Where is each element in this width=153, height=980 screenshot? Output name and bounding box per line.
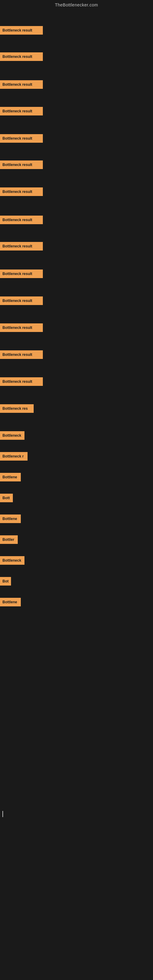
bottleneck-result-item[interactable]: Bottleneck result — [0, 216, 43, 224]
bottleneck-result-item[interactable]: Bottleneck result — [0, 26, 43, 35]
bottleneck-result-item[interactable]: Bottleneck result — [0, 52, 43, 61]
bottleneck-result-item[interactable]: Bottleneck — [0, 556, 24, 565]
site-title: TheBottlenecker.com — [0, 0, 153, 9]
bottleneck-result-item[interactable]: Bottleneck result — [0, 296, 43, 305]
bottleneck-result-item[interactable]: Bott — [0, 494, 13, 502]
bottleneck-result-item[interactable]: Bottleneck result — [0, 188, 43, 196]
bottleneck-result-item[interactable]: Bottleneck result — [0, 350, 43, 359]
bottleneck-result-item[interactable]: Bottleneck result — [0, 323, 43, 332]
bottleneck-result-item[interactable]: Bottleneck result — [0, 377, 43, 386]
bottleneck-result-item[interactable]: Bottlene — [0, 473, 21, 481]
bottleneck-result-item[interactable]: Bottleneck result — [0, 107, 43, 115]
bottleneck-result-item[interactable]: Bottlene — [0, 514, 21, 523]
bottleneck-result-item[interactable]: Bottlene — [0, 598, 21, 606]
bottleneck-result-item[interactable]: Bottler — [0, 535, 18, 544]
cursor-indicator — [2, 811, 3, 817]
bottleneck-result-item[interactable]: Bottleneck result — [0, 80, 43, 89]
bottleneck-result-item[interactable]: Bottleneck — [0, 431, 24, 440]
bottleneck-result-item[interactable]: Bot — [0, 577, 11, 585]
bottleneck-result-item[interactable]: Bottleneck result — [0, 161, 43, 169]
bottleneck-result-item[interactable]: Bottleneck r — [0, 452, 27, 461]
bottleneck-result-item[interactable]: Bottleneck result — [0, 269, 43, 278]
bottleneck-result-item[interactable]: Bottleneck res — [0, 404, 33, 413]
bottleneck-result-item[interactable]: Bottleneck result — [0, 242, 43, 250]
bottleneck-result-item[interactable]: Bottleneck result — [0, 134, 43, 143]
